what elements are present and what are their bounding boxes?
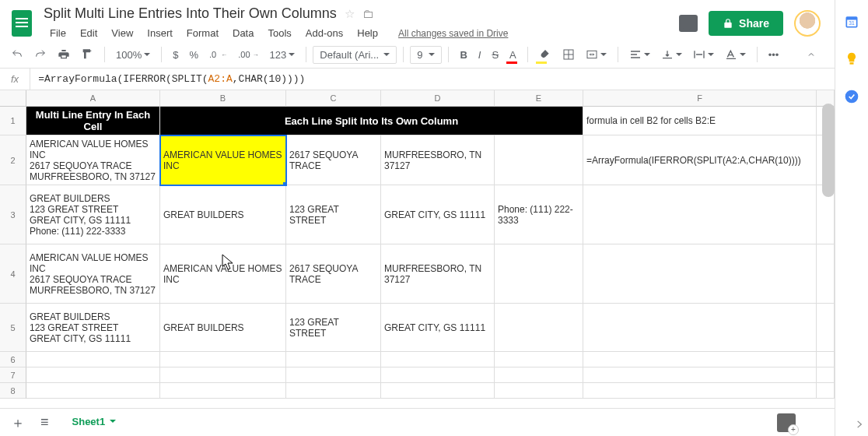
- cell-c4[interactable]: 2617 SEQUOYA TRACE: [286, 244, 381, 304]
- cell-c5[interactable]: 123 GREAT STREET: [286, 304, 381, 352]
- print-button[interactable]: [53, 44, 75, 65]
- text-color-button[interactable]: A: [505, 45, 521, 65]
- menu-help[interactable]: Help: [351, 25, 384, 41]
- calendar-icon[interactable]: 31: [844, 14, 859, 30]
- redo-button[interactable]: [30, 44, 51, 65]
- cell-d8[interactable]: [381, 383, 495, 399]
- menu-data[interactable]: Data: [226, 25, 260, 41]
- cell-d7[interactable]: [381, 367, 495, 383]
- cell-a3[interactable]: GREAT BUILDERS 123 GREAT STREET GREAT CI…: [26, 185, 160, 244]
- strikethrough-button[interactable]: S: [487, 45, 503, 65]
- undo-button[interactable]: [6, 44, 28, 65]
- keep-icon[interactable]: [844, 51, 859, 67]
- decrease-decimal[interactable]: .0 ←: [205, 46, 232, 63]
- cell-f3[interactable]: [583, 185, 817, 244]
- cell-blank-4[interactable]: [817, 244, 835, 304]
- cell-b7[interactable]: [160, 367, 286, 383]
- cell-b3[interactable]: GREAT BUILDERS: [160, 185, 286, 244]
- row-head-5[interactable]: 5: [0, 304, 26, 352]
- col-head-e[interactable]: E: [495, 90, 583, 107]
- merge-cells-button[interactable]: [581, 44, 611, 65]
- folder-icon[interactable]: 🗀: [362, 7, 374, 20]
- cell-b8[interactable]: [160, 383, 286, 399]
- cell-c8[interactable]: [286, 383, 381, 399]
- row-head-6[interactable]: 6: [0, 352, 26, 367]
- cell-d6[interactable]: [381, 352, 495, 367]
- menu-addons[interactable]: Add-ons: [299, 25, 349, 41]
- star-icon[interactable]: ☆: [345, 7, 355, 21]
- cell-f8[interactable]: [583, 383, 817, 399]
- select-all-corner[interactable]: [0, 90, 26, 107]
- cell-b6[interactable]: [160, 352, 286, 367]
- zoom-dropdown[interactable]: 100%: [111, 45, 155, 65]
- scroll-right-icon[interactable]: [854, 419, 865, 430]
- format-currency[interactable]: $: [168, 45, 183, 65]
- cell-d2[interactable]: MURFREESBORO, TN 37127: [381, 135, 495, 185]
- cell-a1[interactable]: Multi Line Entry In Each Cell: [26, 107, 160, 135]
- cell-e7[interactable]: [495, 367, 583, 383]
- menu-edit[interactable]: Edit: [74, 25, 103, 41]
- row-head-8[interactable]: 8: [0, 383, 26, 399]
- more-formats[interactable]: 123: [265, 45, 300, 65]
- menu-file[interactable]: File: [44, 25, 72, 41]
- cell-blank-8[interactable]: [817, 383, 835, 399]
- cell-e8[interactable]: [495, 383, 583, 399]
- cell-c3[interactable]: 123 GREAT STREET: [286, 185, 381, 244]
- cell-d5[interactable]: GREAT CITY, GS 11111: [381, 304, 495, 352]
- cell-f7[interactable]: [583, 367, 817, 383]
- cell-d3[interactable]: GREAT CITY, GS 11111: [381, 185, 495, 244]
- menu-tools[interactable]: Tools: [261, 25, 297, 41]
- document-title[interactable]: Split Multi Line Entries Into Their Own …: [44, 5, 337, 22]
- sheets-logo[interactable]: [6, 8, 37, 39]
- cell-d4[interactable]: MURFREESBORO, TN 37127: [381, 244, 495, 304]
- borders-button[interactable]: [558, 44, 579, 65]
- account-avatar[interactable]: [794, 10, 821, 37]
- row-head-2[interactable]: 2: [0, 135, 26, 185]
- cell-a7[interactable]: [26, 367, 160, 383]
- row-head-1[interactable]: 1: [0, 107, 26, 135]
- menu-view[interactable]: View: [105, 25, 139, 41]
- cell-a4[interactable]: AMERICAN VALUE HOMES INC 2617 SEQUOYA TR…: [26, 244, 160, 304]
- cell-f1[interactable]: formula in cell B2 for cells B2:E: [583, 107, 817, 135]
- cell-b1-e1[interactable]: Each Line Split Into Its Own Column: [160, 107, 583, 135]
- col-head-a[interactable]: A: [26, 90, 160, 107]
- col-head-f[interactable]: F: [583, 90, 817, 107]
- all-sheets-button[interactable]: ≡: [40, 414, 49, 431]
- paint-format-button[interactable]: [76, 44, 98, 65]
- cell-a2[interactable]: AMERICAN VALUE HOMES INC 2617 SEQUOYA TR…: [26, 135, 160, 185]
- more-toolbar-button[interactable]: •••: [764, 45, 784, 65]
- cell-f6[interactable]: [583, 352, 817, 367]
- cell-f4[interactable]: [583, 244, 817, 304]
- cell-f5[interactable]: [583, 304, 817, 352]
- comments-icon[interactable]: [679, 15, 698, 32]
- save-status[interactable]: All changes saved in Drive: [392, 26, 514, 41]
- format-percent[interactable]: %: [184, 45, 203, 65]
- cell-c6[interactable]: [286, 352, 381, 367]
- collapse-toolbar-button[interactable]: [802, 46, 821, 63]
- row-head-7[interactable]: 7: [0, 367, 26, 383]
- col-head-b[interactable]: B: [160, 90, 286, 107]
- menu-insert[interactable]: Insert: [141, 25, 179, 41]
- font-family-dropdown[interactable]: Default (Ari...: [313, 46, 397, 64]
- italic-button[interactable]: I: [474, 45, 486, 65]
- cell-e4[interactable]: [495, 244, 583, 304]
- cell-e5[interactable]: [495, 304, 583, 352]
- cell-a8[interactable]: [26, 383, 160, 399]
- row-head-3[interactable]: 3: [0, 185, 26, 244]
- cell-e2[interactable]: [495, 135, 583, 185]
- cell-c7[interactable]: [286, 367, 381, 383]
- explore-button[interactable]: [777, 413, 796, 432]
- vertical-scrollbar[interactable]: [822, 104, 835, 197]
- cell-a5[interactable]: GREAT BUILDERS 123 GREAT STREET GREAT CI…: [26, 304, 160, 352]
- cell-e6[interactable]: [495, 352, 583, 367]
- bold-button[interactable]: B: [455, 45, 471, 65]
- font-size-dropdown[interactable]: 9: [410, 46, 442, 64]
- cell-c2[interactable]: 2617 SEQUOYA TRACE: [286, 135, 381, 185]
- fx-label[interactable]: fx: [0, 69, 30, 90]
- vertical-align-button[interactable]: [656, 45, 687, 64]
- increase-decimal[interactable]: .00→: [233, 46, 263, 63]
- cell-blank-5[interactable]: [817, 304, 835, 352]
- cell-f2[interactable]: =ArrayFormula(IFERROR(SPLIT(A2:A,CHAR(10…: [583, 135, 817, 185]
- sheet-tab-sheet1[interactable]: Sheet1: [65, 411, 124, 434]
- cell-e3[interactable]: Phone: (111) 222-3333: [495, 185, 583, 244]
